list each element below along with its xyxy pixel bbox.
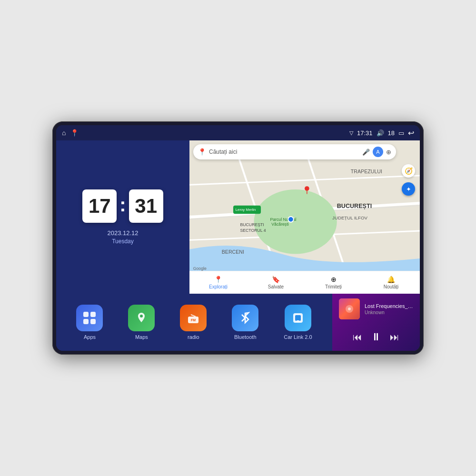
- bluetooth-icon: [232, 305, 258, 331]
- bluetooth-label: Bluetooth: [234, 334, 256, 340]
- svg-text:TRAPEZULUI: TRAPEZULUI: [351, 169, 382, 174]
- send-label: Trimiteți: [325, 284, 342, 289]
- play-pause-button[interactable]: ⏸: [371, 331, 381, 343]
- explore-label: Explorați: [209, 284, 228, 289]
- main-area: 17 : 31 2023.12.12 Tuesday: [56, 140, 420, 351]
- next-button[interactable]: ⏭: [390, 332, 399, 343]
- music-thumbnail: [339, 298, 360, 319]
- clock-minutes: 31: [129, 189, 163, 223]
- map-search-text: Căutați aici: [209, 149, 359, 155]
- battery-icon: ▭: [398, 129, 404, 137]
- map-pin-icon: 📍: [198, 148, 206, 156]
- send-icon: ⊕: [331, 276, 337, 283]
- music-title: Lost Frequencies_Janieck Devy-...: [365, 303, 413, 309]
- carlink-icon: [285, 305, 311, 331]
- top-section: 17 : 31 2023.12.12 Tuesday: [56, 140, 420, 294]
- svg-point-26: [140, 315, 143, 317]
- svg-text:SECTORUL 4: SECTORUL 4: [240, 228, 266, 233]
- map-location-btn[interactable]: ✦: [402, 182, 415, 196]
- svg-rect-32: [297, 320, 299, 322]
- map-tab-news[interactable]: 🔔 Noutăți: [362, 276, 420, 289]
- svg-text:Google: Google: [193, 266, 207, 271]
- saved-label: Salvate: [268, 284, 284, 289]
- svg-point-19: [288, 217, 294, 222]
- svg-rect-23: [90, 312, 96, 317]
- album-art: [339, 298, 360, 319]
- map-tab-saved[interactable]: 🔖 Salvate: [247, 276, 305, 289]
- maps-icon: [128, 305, 155, 331]
- signal-icon: ▽: [349, 130, 353, 136]
- svg-rect-24: [83, 319, 89, 324]
- app-item-bluetooth[interactable]: Bluetooth: [232, 305, 258, 340]
- apps-icon: [76, 305, 103, 331]
- volume-icon: 🔊: [377, 129, 384, 137]
- mic-icon[interactable]: 🎤: [362, 149, 370, 156]
- radio-icon: FM: [180, 305, 207, 331]
- clock-colon: :: [119, 194, 126, 216]
- map-tab-explore[interactable]: 📍 Explorați: [189, 276, 247, 289]
- bottom-section: Apps Maps: [56, 294, 420, 351]
- svg-rect-31: [295, 315, 301, 321]
- back-icon[interactable]: ↩: [408, 129, 414, 138]
- app-item-carlink[interactable]: Car Link 2.0: [284, 305, 312, 340]
- saved-icon: 🔖: [272, 276, 280, 283]
- music-controls: ⏮ ⏸ ⏭: [339, 328, 413, 346]
- music-player: Lost Frequencies_Janieck Devy-... Unknow…: [332, 294, 420, 351]
- status-time: 17:31: [357, 129, 373, 137]
- clock-display: 17 : 31: [82, 189, 163, 223]
- device-screen: ⌂ 📍 ▽ 17:31 🔊 18 ▭ ↩ 17 :: [56, 125, 420, 351]
- device-frame: ⌂ 📍 ▽ 17:31 🔊 18 ▭ ↩ 17 :: [52, 121, 424, 355]
- svg-text:FM: FM: [191, 318, 196, 322]
- news-icon: 🔔: [387, 276, 395, 283]
- prev-button[interactable]: ⏮: [353, 332, 362, 343]
- map-tab-send[interactable]: ⊕ Trimiteți: [305, 276, 362, 289]
- app-item-apps[interactable]: Apps: [76, 305, 103, 340]
- apps-area: Apps Maps: [56, 294, 332, 351]
- svg-text:Văcărești: Văcărești: [271, 222, 288, 227]
- svg-rect-25: [90, 319, 96, 324]
- explore-icon: 📍: [214, 276, 222, 283]
- map-panel[interactable]: TRAPEZULUI BUCUREȘTI JUDEȚUL ILFOV BERCE…: [189, 140, 420, 294]
- svg-text:JUDEȚUL ILFOV: JUDEȚUL ILFOV: [332, 215, 367, 220]
- user-avatar[interactable]: A: [373, 147, 383, 157]
- clock-date: 2023.12.12: [107, 229, 138, 237]
- clock-date-area: 2023.12.12 Tuesday: [107, 229, 138, 245]
- app-item-maps[interactable]: Maps: [128, 305, 155, 340]
- map-search-bar[interactable]: 📍 Căutați aici 🎤 A ⊕: [193, 144, 396, 159]
- svg-text:BERCENI: BERCENI: [222, 249, 244, 255]
- battery-level: 18: [388, 129, 395, 137]
- radio-label: radio: [188, 334, 199, 340]
- home-icon[interactable]: ⌂: [62, 129, 66, 137]
- news-label: Noutăți: [384, 284, 399, 289]
- apps-label: Apps: [84, 334, 96, 340]
- status-bar: ⌂ 📍 ▽ 17:31 🔊 18 ▭ ↩: [56, 125, 420, 140]
- music-info: Lost Frequencies_Janieck Devy-... Unknow…: [339, 298, 413, 319]
- clock-panel: 17 : 31 2023.12.12 Tuesday: [56, 140, 189, 294]
- clock-hours: 17: [82, 189, 117, 223]
- maps-label: Maps: [135, 334, 148, 340]
- svg-text:Leroy Merlin: Leroy Merlin: [236, 208, 256, 212]
- status-left-icons: ⌂ 📍: [62, 129, 79, 137]
- music-artist: Unknown: [365, 310, 413, 315]
- svg-line-29: [191, 315, 196, 317]
- carlink-label: Car Link 2.0: [284, 334, 312, 340]
- maps-shortcut-icon[interactable]: 📍: [70, 129, 79, 137]
- layers-icon[interactable]: ⊕: [386, 149, 391, 156]
- app-item-radio[interactable]: FM radio: [180, 305, 207, 340]
- map-compass-btn[interactable]: 🧭: [402, 164, 415, 178]
- map-bottom-bar: 📍 Explorați 🔖 Salvate ⊕ Trimiteți 🔔: [189, 271, 420, 294]
- svg-point-35: [348, 307, 351, 310]
- music-text: Lost Frequencies_Janieck Devy-... Unknow…: [365, 303, 413, 315]
- svg-text:BUCUREȘTI: BUCUREȘTI: [337, 203, 372, 209]
- svg-rect-22: [83, 312, 89, 317]
- clock-day: Tuesday: [107, 238, 138, 245]
- status-right-info: ▽ 17:31 🔊 18 ▭ ↩: [349, 129, 414, 138]
- map-search-icons: 🎤 A ⊕: [362, 147, 391, 157]
- svg-text:BUCUREȘTI: BUCUREȘTI: [240, 222, 264, 227]
